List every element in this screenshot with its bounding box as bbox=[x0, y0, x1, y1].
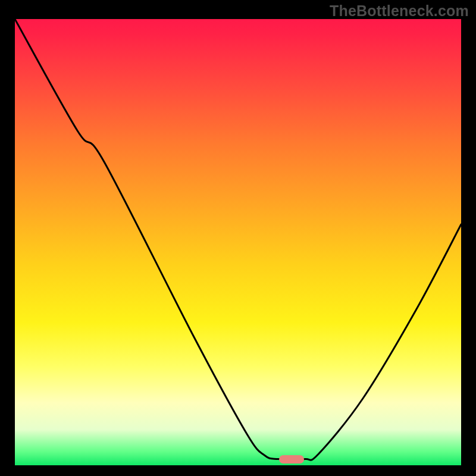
curve-svg bbox=[15, 19, 461, 465]
bottleneck-curve bbox=[15, 19, 461, 460]
optimal-marker bbox=[279, 455, 304, 464]
plot-area bbox=[15, 19, 461, 465]
chart-container: TheBottleneck.com bbox=[0, 0, 476, 476]
watermark-text: TheBottleneck.com bbox=[330, 2, 469, 20]
